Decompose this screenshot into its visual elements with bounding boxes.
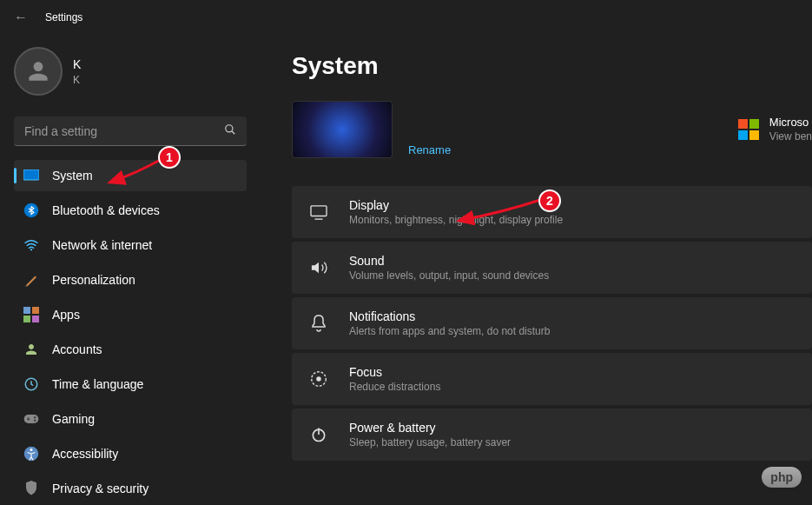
svg-rect-2 xyxy=(23,169,39,180)
sidebar-item-privacy[interactable]: Privacy & security xyxy=(14,473,247,504)
microsoft-logo-icon xyxy=(738,119,759,140)
setting-sound[interactable]: Sound Volume levels, output, input, soun… xyxy=(292,242,812,294)
setting-desc: Alerts from apps and system, do not dist… xyxy=(349,325,796,337)
system-icon xyxy=(23,167,40,184)
sidebar-item-label: Time & language xyxy=(52,377,143,391)
microsoft-365-card[interactable]: Microso View ben xyxy=(738,116,812,143)
bell-icon xyxy=(307,312,330,335)
power-icon xyxy=(307,423,330,446)
setting-title: Display xyxy=(349,198,796,212)
svg-rect-16 xyxy=(311,206,327,216)
sidebar-item-label: Privacy & security xyxy=(52,482,149,495)
sidebar-item-apps[interactable]: Apps xyxy=(14,299,247,330)
setting-power[interactable]: Power & battery Sleep, battery usage, ba… xyxy=(292,409,812,461)
setting-focus[interactable]: Focus Reduce distractions xyxy=(292,353,812,405)
ms365-sub: View ben xyxy=(769,130,812,144)
paintbrush-icon xyxy=(23,271,40,289)
user-name: K xyxy=(73,56,81,74)
setting-desc: Monitors, brightness, night light, displ… xyxy=(349,214,796,226)
clock-icon xyxy=(23,375,40,393)
page-title: System xyxy=(292,52,812,80)
svg-point-13 xyxy=(34,419,36,422)
svg-rect-6 xyxy=(23,307,30,314)
sidebar-item-label: Apps xyxy=(52,308,80,322)
window-title: Settings xyxy=(45,11,83,23)
svg-point-0 xyxy=(226,125,233,132)
sidebar-item-label: Network & internet xyxy=(52,238,152,252)
svg-point-19 xyxy=(316,376,321,382)
user-profile[interactable]: K K xyxy=(14,43,247,99)
setting-desc: Reduce distractions xyxy=(349,381,796,393)
shield-icon xyxy=(23,480,40,497)
bluetooth-icon xyxy=(23,202,40,219)
back-button[interactable]: ← xyxy=(14,10,28,25)
sidebar-item-label: Accounts xyxy=(52,342,102,356)
svg-point-12 xyxy=(34,416,36,419)
avatar xyxy=(14,47,63,96)
svg-rect-9 xyxy=(32,316,39,322)
svg-rect-8 xyxy=(23,316,30,322)
apps-icon xyxy=(23,306,40,323)
sidebar-item-personalization[interactable]: Personalization xyxy=(14,264,247,296)
sidebar-item-accessibility[interactable]: Accessibility xyxy=(14,438,247,469)
setting-desc: Sleep, battery usage, battery saver xyxy=(349,436,796,449)
ms365-title: Microso xyxy=(769,116,812,130)
wifi-icon xyxy=(23,236,40,254)
focus-icon xyxy=(307,368,330,390)
svg-rect-11 xyxy=(24,415,39,423)
sidebar-item-label: Personalization xyxy=(52,273,135,287)
setting-title: Notifications xyxy=(349,309,796,323)
setting-desc: Volume levels, output, input, sound devi… xyxy=(349,269,796,282)
sidebar-item-bluetooth[interactable]: Bluetooth & devices xyxy=(14,195,247,226)
accounts-icon xyxy=(23,341,40,358)
setting-title: Focus xyxy=(349,365,796,379)
sidebar-item-accounts[interactable]: Accounts xyxy=(14,334,247,365)
search-icon xyxy=(224,123,236,138)
sidebar-item-gaming[interactable]: Gaming xyxy=(14,403,247,435)
sidebar-item-label: Gaming xyxy=(52,412,95,426)
sidebar-item-system[interactable]: System xyxy=(14,160,247,191)
sidebar-item-label: Bluetooth & devices xyxy=(52,203,160,217)
sidebar-item-network[interactable]: Network & internet xyxy=(14,229,247,261)
search-box[interactable] xyxy=(14,116,247,146)
setting-title: Sound xyxy=(349,254,796,268)
pc-thumbnail xyxy=(292,101,393,158)
user-sub: K xyxy=(73,74,81,86)
accessibility-icon xyxy=(23,445,40,462)
sound-icon xyxy=(307,256,330,279)
sidebar-item-label: System xyxy=(52,169,93,183)
sidebar-item-label: Accessibility xyxy=(52,447,118,461)
svg-rect-7 xyxy=(32,307,39,314)
display-icon xyxy=(307,201,330,223)
rename-link[interactable]: Rename xyxy=(408,143,451,158)
svg-line-1 xyxy=(232,131,235,135)
search-input[interactable] xyxy=(24,124,224,138)
setting-display[interactable]: Display Monitors, brightness, night ligh… xyxy=(292,186,812,238)
svg-point-15 xyxy=(30,449,33,451)
sidebar-item-time[interactable]: Time & language xyxy=(14,369,247,400)
gaming-icon xyxy=(23,410,40,428)
setting-title: Power & battery xyxy=(349,421,796,435)
setting-notifications[interactable]: Notifications Alerts from apps and syste… xyxy=(292,297,812,349)
svg-point-5 xyxy=(30,249,32,250)
